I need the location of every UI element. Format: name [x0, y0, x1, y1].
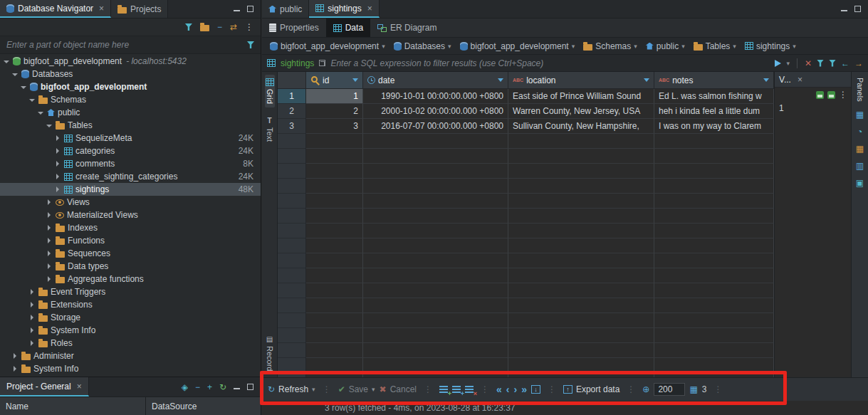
column-header-date[interactable]: date	[363, 72, 508, 89]
cell-date[interactable]	[363, 238, 508, 253]
cell-location[interactable]	[508, 328, 654, 343]
tree-item-system-info[interactable]: System Info	[0, 324, 261, 337]
cell-date[interactable]	[363, 194, 508, 209]
cell-id[interactable]	[306, 134, 363, 149]
row-number[interactable]	[278, 268, 306, 283]
cell-date[interactable]	[363, 209, 508, 224]
apply-value-icon[interactable]	[816, 91, 824, 99]
chevron-right-icon[interactable]	[46, 238, 53, 243]
breadcrumb-bigfoot-app-development[interactable]: bigfoot_app_development▾	[456, 41, 579, 51]
tree-item-public[interactable]: public	[0, 106, 261, 119]
breadcrumb-sightings[interactable]: sightings▾	[741, 41, 800, 51]
cell-id[interactable]	[306, 179, 363, 194]
chevron-down-icon[interactable]: ▾	[372, 386, 375, 393]
column-header-location[interactable]: ABC location	[508, 72, 654, 89]
tab-properties[interactable]: Properties	[262, 19, 326, 37]
row-number[interactable]: 1	[278, 89, 306, 104]
chevron-right-icon[interactable]	[28, 340, 36, 346]
cell-id[interactable]	[306, 328, 363, 343]
aggregate-panel-icon[interactable]: ◔	[857, 127, 862, 136]
cell-id[interactable]	[306, 298, 363, 313]
cell-location[interactable]	[508, 283, 654, 298]
chevron-right-icon[interactable]	[28, 315, 36, 320]
value-panel-content[interactable]: 1	[775, 102, 851, 377]
row-number[interactable]	[278, 328, 306, 343]
cell-date[interactable]	[363, 358, 508, 373]
tab-sightings[interactable]: sightings ×	[309, 0, 379, 18]
cell-id[interactable]	[306, 253, 363, 268]
cell-date[interactable]: 2016-07-07 00:00:00.000 +0800	[363, 119, 508, 134]
filter-table-name[interactable]: sightings	[281, 58, 314, 68]
column-header-notes[interactable]: ABC notes	[654, 72, 774, 89]
tree-item-bigfoot-app-development[interactable]: bigfoot_app_development	[0, 80, 261, 93]
cell-location[interactable]	[508, 149, 654, 164]
column-dropdown-icon[interactable]	[763, 78, 769, 82]
fetch-page-icon[interactable]: ↓	[531, 385, 540, 394]
cell-location[interactable]	[508, 268, 654, 283]
value-viewer-panel-icon[interactable]: ▦	[856, 110, 864, 119]
row-number[interactable]	[278, 164, 306, 179]
tree-item-tables[interactable]: Tables	[0, 119, 261, 132]
maximize-icon[interactable]	[854, 6, 861, 12]
cell-id[interactable]	[306, 313, 363, 328]
cell-location[interactable]	[508, 179, 654, 194]
link-editor-icon[interactable]: ⇄	[230, 23, 237, 31]
row-number[interactable]: 2	[278, 104, 306, 119]
cell-notes[interactable]	[654, 313, 774, 328]
save-button[interactable]: ✔ Save ▾	[338, 384, 375, 394]
tree-item-system-info[interactable]: System Info	[0, 362, 261, 375]
cell-notes[interactable]	[654, 238, 774, 253]
object-search-input[interactable]: Enter a part of object name here	[0, 36, 261, 54]
tab-project-general[interactable]: Project - General ×	[0, 377, 89, 396]
chevron-right-icon[interactable]	[28, 327, 36, 333]
cell-notes[interactable]	[654, 283, 774, 298]
refresh-button[interactable]: ↻ Refresh ▾	[268, 384, 315, 394]
expand-icon[interactable]: +	[207, 383, 212, 392]
back-arrow-icon[interactable]: ←	[841, 59, 849, 68]
chevron-down-icon[interactable]	[28, 98, 36, 102]
tree-item-indexes[interactable]: Indexes	[0, 221, 261, 234]
chevron-right-icon[interactable]	[11, 353, 19, 359]
chevron-right-icon[interactable]	[54, 187, 61, 192]
minimize-icon[interactable]	[841, 6, 847, 12]
row-number[interactable]	[278, 358, 306, 373]
column-dropdown-icon[interactable]	[498, 78, 503, 82]
row-number[interactable]	[278, 194, 306, 209]
cell-date[interactable]	[363, 179, 508, 194]
chevron-right-icon[interactable]	[46, 263, 53, 269]
tree-item-views[interactable]: Views	[0, 196, 261, 209]
cell-date[interactable]	[363, 224, 508, 238]
cell-notes[interactable]	[654, 268, 774, 283]
chevron-right-icon[interactable]	[11, 366, 19, 372]
tree-item-data-types[interactable]: Data types	[0, 260, 261, 273]
row-number[interactable]: 3	[278, 119, 306, 134]
chevron-down-icon[interactable]	[37, 110, 44, 115]
tree-item-event-triggers[interactable]: Event Triggers	[0, 285, 261, 298]
breadcrumb-public[interactable]: public▾	[642, 41, 689, 51]
cell-date[interactable]	[363, 164, 508, 179]
search-filter-icon[interactable]	[247, 41, 254, 48]
cell-date[interactable]: 1990-10-01 00:00:00.000 +0800	[363, 89, 508, 104]
filter-save-icon[interactable]	[817, 60, 824, 67]
grouping-panel-icon[interactable]: ▦	[856, 145, 864, 153]
cell-date[interactable]	[363, 313, 508, 328]
cell-location[interactable]: Sullivan County, New Hampshire,	[508, 119, 654, 134]
filter-objects-icon[interactable]	[185, 23, 192, 31]
references-panel-icon[interactable]: ▣	[856, 179, 864, 187]
cell-date[interactable]	[363, 328, 508, 343]
chevron-down-icon[interactable]	[46, 123, 53, 127]
chevron-down-icon[interactable]: ▾	[312, 386, 315, 393]
breadcrumb-bigfoot-app-development[interactable]: bigfoot_app_development▾	[266, 41, 389, 51]
close-icon[interactable]: ×	[798, 75, 802, 85]
cell-date[interactable]	[363, 134, 508, 149]
chevron-right-icon[interactable]	[28, 289, 36, 295]
cancel-button[interactable]: ✖ Cancel	[380, 384, 417, 394]
tree-item-categories[interactable]: categories24K	[0, 145, 261, 157]
cell-date[interactable]	[363, 298, 508, 313]
next-row-icon[interactable]: ›	[513, 384, 517, 394]
cell-id[interactable]	[306, 283, 363, 298]
minimize-icon[interactable]	[234, 384, 240, 390]
execute-filter-icon[interactable]	[775, 60, 781, 67]
last-row-icon[interactable]: »	[521, 384, 527, 394]
cell-id[interactable]	[306, 224, 363, 238]
